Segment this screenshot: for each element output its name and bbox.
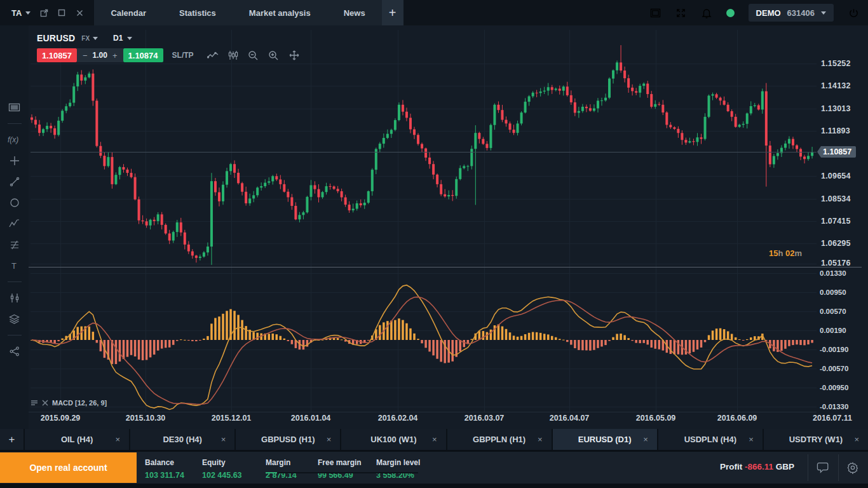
menu-tab-market-analysis[interactable]: Market analysis <box>233 0 327 25</box>
close-tab-icon[interactable]: × <box>749 435 754 444</box>
margin-usage-bar <box>266 472 418 473</box>
market-selector[interactable]: FX <box>81 35 98 42</box>
timeframe-selector[interactable]: D1 <box>113 34 132 43</box>
macd-indicator-label: MACD [12, 26, 9] <box>31 399 107 407</box>
symbol-label[interactable]: EURUSD <box>37 33 75 43</box>
date-axis-label: 2015.10.30 <box>126 414 166 423</box>
close-tab-icon[interactable]: × <box>643 435 648 444</box>
close-workspace-icon[interactable] <box>74 7 85 18</box>
line-chart-type-icon[interactable] <box>206 48 220 62</box>
status-field-label: Margin <box>266 458 297 467</box>
chart-canvas-background[interactable] <box>29 25 868 429</box>
instrument-tab-usdpln-h4-[interactable]: USDPLN (H4)× <box>658 429 763 450</box>
text-tool-tool-icon[interactable]: T <box>8 259 22 273</box>
menu-tab-calendar[interactable]: Calendar <box>94 0 163 25</box>
instrument-tab-oil-h4-[interactable]: OIL (H4)× <box>25 429 129 450</box>
volume-increase-button[interactable]: + <box>112 51 118 60</box>
volume-stepper: − 1.00 + <box>77 48 123 62</box>
countdown-hours: 15 <box>769 248 778 258</box>
trend-line-tool-icon[interactable] <box>8 175 22 189</box>
add-chart-tab-button[interactable]: + <box>0 429 24 450</box>
price-axis-label: 1.09654 <box>821 172 851 180</box>
open-real-account-button[interactable]: Open real account <box>0 452 137 483</box>
price-axis-label: 1.07415 <box>821 217 851 226</box>
pan-move-icon[interactable] <box>287 48 301 62</box>
fx-indicators-tool-icon[interactable]: f(x) <box>8 133 22 147</box>
ellipse-tool-icon[interactable] <box>8 196 22 210</box>
status-field-label: Margin level <box>376 458 420 467</box>
volume-decrease-button[interactable]: − <box>83 51 88 60</box>
profit-currency: GBP <box>776 462 794 471</box>
fullscreen-icon[interactable] <box>675 7 687 18</box>
instrument-tab-label: GBPPLN (H1) <box>473 435 526 444</box>
indicator-settings-icon[interactable] <box>31 400 38 406</box>
menu-tab-statistics[interactable]: Statistics <box>163 0 233 25</box>
countdown-minutes: 02 <box>785 248 794 258</box>
macd-label-text: MACD [12, 26, 9] <box>52 399 107 407</box>
menu-tab-news[interactable]: News <box>327 0 382 25</box>
maximize-icon[interactable] <box>56 7 67 18</box>
screenshot-tool-icon[interactable] <box>8 100 22 114</box>
buy-button[interactable]: 1.10874 <box>123 48 163 62</box>
instrument-tab-uk100-w1-[interactable]: UK100 (W1)× <box>341 429 445 450</box>
layers-tool-icon[interactable] <box>8 312 22 326</box>
profit-value: -866.11 <box>745 462 773 471</box>
instrument-tab-gbpusd-h1-[interactable]: GBPUSD (H1)× <box>236 429 340 450</box>
close-tab-icon[interactable]: × <box>327 435 332 444</box>
sltp-button[interactable]: SL/TP <box>172 51 194 60</box>
layout-windows-icon[interactable] <box>650 7 661 18</box>
account-number: 631406 <box>787 8 815 18</box>
macd-axis-label: -0.00570 <box>820 365 848 372</box>
fibonacci-tool-icon[interactable] <box>8 238 22 252</box>
close-tab-icon[interactable]: × <box>116 435 121 444</box>
volume-value[interactable]: 1.00 <box>93 51 107 60</box>
indicator-window-tool-icon[interactable] <box>8 291 22 305</box>
date-axis-label: 2016.06.09 <box>717 414 757 423</box>
menu-tabs: CalendarStatisticsMarket analysisNews <box>94 0 381 25</box>
open-in-new-window-icon[interactable] <box>38 7 50 18</box>
close-tab-icon[interactable]: × <box>854 435 859 444</box>
gear-settings-icon[interactable] <box>845 460 860 475</box>
price-axis-label: 1.11893 <box>821 126 850 135</box>
chevron-down-icon <box>127 37 132 40</box>
add-workspace-tab-button[interactable]: + <box>382 0 403 25</box>
status-field-balance: Balance103 311.74 <box>145 458 184 480</box>
date-axis-label: 2015.09.29 <box>41 414 81 423</box>
profit-label: Profit <box>720 462 742 471</box>
svg-text:f(x): f(x) <box>8 135 18 144</box>
zoom-in-icon[interactable] <box>267 48 281 62</box>
status-field-margin: Margin2 879.14 <box>266 458 297 480</box>
sell-button[interactable]: 1.10857 <box>37 48 77 62</box>
zoom-out-icon[interactable] <box>247 48 261 62</box>
chevron-down-icon <box>25 11 31 15</box>
profit-readout: Profit -866.11 GBP <box>720 462 794 471</box>
elliott-wave-tool-icon[interactable] <box>8 217 22 231</box>
svg-text:T: T <box>11 261 17 270</box>
date-axis-label: 2015.12.01 <box>212 414 252 423</box>
top-bar-right: DEMO 631406 <box>650 0 868 25</box>
indicator-close-icon[interactable] <box>42 400 48 406</box>
instrument-tab-de30-h4-[interactable]: DE30 (H4)× <box>130 429 234 450</box>
notifications-bell-icon[interactable] <box>701 7 712 18</box>
divider <box>808 454 808 481</box>
close-tab-icon[interactable]: × <box>538 435 543 444</box>
instrument-tab-label: USDTRY (W1) <box>789 435 843 444</box>
instrument-tab-eurusd-d1-[interactable]: EURUSD (D1)× <box>553 429 657 450</box>
chevron-down-icon <box>821 11 826 15</box>
account-selector[interactable]: DEMO 631406 <box>749 4 834 22</box>
status-field-margin-level: Margin level3 558.20% <box>376 458 420 480</box>
chat-icon[interactable] <box>816 460 831 475</box>
workspace-tab[interactable]: TA <box>0 0 38 25</box>
instrument-tab-label: EURUSD (D1) <box>578 435 632 444</box>
instrument-tab-gbppln-h1-[interactable]: GBPPLN (H1)× <box>447 429 552 450</box>
close-tab-icon[interactable]: × <box>432 435 437 444</box>
instrument-tab-usdtry-w1-[interactable]: USDTRY (W1)× <box>764 429 868 450</box>
candle-countdown: 15h 02m <box>769 248 802 258</box>
date-axis-label: 2016.01.04 <box>291 414 331 423</box>
share-tool-icon[interactable] <box>8 344 22 358</box>
crosshair-plus-tool-icon[interactable] <box>8 154 22 168</box>
timeframe-label: D1 <box>113 34 123 43</box>
close-tab-icon[interactable]: × <box>221 435 226 444</box>
candlestick-chart-type-icon[interactable] <box>226 48 240 62</box>
power-logout-icon[interactable] <box>848 7 859 18</box>
